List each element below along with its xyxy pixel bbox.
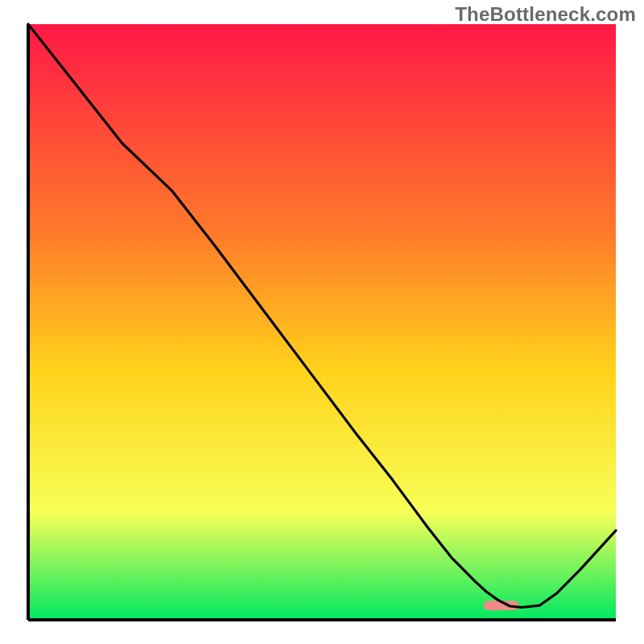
- bottleneck-chart: TheBottleneck.com: [0, 0, 644, 644]
- watermark-label: TheBottleneck.com: [455, 3, 636, 26]
- plot-background: [28, 24, 616, 620]
- chart-canvas: [0, 0, 644, 644]
